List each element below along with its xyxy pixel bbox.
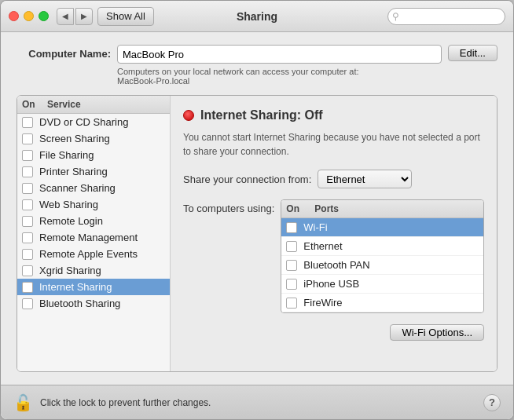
service-name: Screen Sharing <box>39 133 110 144</box>
search-input[interactable] <box>387 8 505 25</box>
main-panel: On Service DVD or CD SharingScreen Shari… <box>17 95 497 372</box>
nav-buttons: ◀ ▶ <box>57 8 93 25</box>
ports-col-ports-header: Ports <box>314 203 479 214</box>
port-name: FireWire <box>303 297 342 309</box>
search-bar: ⚲ <box>387 8 505 25</box>
ports-col-on-header: On <box>286 203 314 214</box>
share-from-label: Share your connection from: <box>183 173 311 185</box>
service-name: Scanner Sharing <box>39 182 116 194</box>
detail-panel: Internet Sharing: Off You cannot start I… <box>171 96 497 371</box>
ports-table-body: Wi-FiEthernetBluetooth PANiPhone USBFire… <box>281 218 483 312</box>
internet-sharing-title-text: Internet Sharing: Off <box>200 108 323 122</box>
service-name: Remote Apple Events <box>39 248 138 260</box>
col-on-header: On <box>22 99 47 110</box>
service-name: Internet Sharing <box>39 281 112 293</box>
service-item[interactable]: File Sharing <box>17 147 170 163</box>
to-computers-row: To computers using: On Ports Wi-FiEthern… <box>183 199 484 313</box>
service-checkbox[interactable] <box>22 282 33 293</box>
service-name: Printer Sharing <box>39 166 108 177</box>
port-checkbox[interactable] <box>286 279 297 290</box>
service-item[interactable]: Scanner Sharing <box>17 180 170 196</box>
service-checkbox[interactable] <box>22 265 33 276</box>
lock-text: Click the lock to prevent further change… <box>40 397 211 408</box>
computer-name-field-row <box>117 45 442 64</box>
edit-button[interactable]: Edit... <box>448 45 497 61</box>
service-name: Web Sharing <box>39 199 98 210</box>
ports-row[interactable]: Wi-Fi <box>281 218 483 237</box>
share-from-select[interactable]: EthernetWi-FiBluetooth PANiPhone USBFire… <box>318 170 412 188</box>
service-item[interactable]: Remote Apple Events <box>17 246 170 262</box>
ports-row[interactable]: iPhone USB <box>281 275 483 294</box>
service-item[interactable]: Bluetooth Sharing <box>17 295 170 312</box>
service-name: DVD or CD Sharing <box>39 116 128 128</box>
service-checkbox[interactable] <box>22 166 33 177</box>
service-checkbox[interactable] <box>22 133 33 144</box>
internet-sharing-title: Internet Sharing: Off <box>183 108 484 122</box>
close-button[interactable] <box>9 11 19 21</box>
service-checkbox[interactable] <box>22 216 33 227</box>
service-checkbox[interactable] <box>22 249 33 260</box>
computer-name-label: Computer Name: <box>17 45 111 60</box>
service-item[interactable]: Internet Sharing <box>17 279 170 295</box>
help-button[interactable]: ? <box>483 394 501 411</box>
status-dot-off <box>183 110 194 121</box>
forward-button[interactable]: ▶ <box>75 8 93 25</box>
computer-name-sub: Computers on your local network can acce… <box>117 67 442 86</box>
service-name: Xgrid Sharing <box>39 265 101 276</box>
service-checkbox[interactable] <box>22 199 33 210</box>
show-all-button[interactable]: Show All <box>97 7 154 26</box>
port-name: iPhone USB <box>303 278 359 290</box>
port-checkbox[interactable] <box>286 260 297 271</box>
service-item[interactable]: Remote Login <box>17 213 170 229</box>
service-checkbox[interactable] <box>22 117 33 128</box>
service-list-header: On Service <box>17 96 170 114</box>
service-checkbox[interactable] <box>22 298 33 309</box>
service-list-body: DVD or CD SharingScreen SharingFile Shar… <box>17 114 170 371</box>
detail-description: You cannot start Internet Sharing becaus… <box>183 130 484 159</box>
titlebar: ◀ ▶ Show All Sharing ⚲ <box>1 1 513 32</box>
service-item[interactable]: DVD or CD Sharing <box>17 114 170 130</box>
service-name: Remote Management <box>39 232 138 243</box>
share-from-row: Share your connection from: EthernetWi-F… <box>183 170 484 188</box>
computer-name-input[interactable] <box>117 45 442 64</box>
service-item[interactable]: Remote Management <box>17 229 170 246</box>
port-name: Bluetooth PAN <box>303 259 369 271</box>
port-checkbox[interactable] <box>286 241 297 252</box>
ports-row[interactable]: Bluetooth PAN <box>281 256 483 275</box>
search-icon: ⚲ <box>392 11 399 22</box>
port-checkbox[interactable] <box>286 298 297 309</box>
window-title: Sharing <box>237 10 277 23</box>
to-computers-label: To computers using: <box>183 199 274 214</box>
lock-icon[interactable]: 🔓 <box>13 393 32 412</box>
service-checkbox[interactable] <box>22 183 33 194</box>
port-checkbox[interactable] <box>286 222 297 233</box>
back-button[interactable]: ◀ <box>57 8 74 25</box>
service-item[interactable]: Printer Sharing <box>17 163 170 180</box>
service-name: Bluetooth Sharing <box>39 298 120 309</box>
service-item[interactable]: Screen Sharing <box>17 130 170 147</box>
service-name: Remote Login <box>39 215 103 227</box>
service-checkbox[interactable] <box>22 232 33 243</box>
computer-name-right: Computers on your local network can acce… <box>117 45 442 86</box>
wifi-options-button[interactable]: Wi-Fi Options... <box>390 324 484 341</box>
traffic-lights <box>9 11 49 21</box>
service-name: File Sharing <box>39 149 94 161</box>
computer-name-row: Computer Name: Computers on your local n… <box>17 45 497 86</box>
ports-row[interactable]: Ethernet <box>281 237 483 256</box>
wifi-options-row: Wi-Fi Options... <box>183 324 484 341</box>
service-item[interactable]: Web Sharing <box>17 196 170 213</box>
service-item[interactable]: Xgrid Sharing <box>17 262 170 279</box>
sharing-window: ◀ ▶ Show All Sharing ⚲ Computer Name: Co… <box>0 0 514 420</box>
service-list: On Service DVD or CD SharingScreen Shari… <box>17 96 171 371</box>
content-area: Computer Name: Computers on your local n… <box>1 32 513 385</box>
minimize-button[interactable] <box>24 11 34 21</box>
ports-table-header: On Ports <box>281 200 483 218</box>
ports-table-wrap: On Ports Wi-FiEthernetBluetooth PANiPhon… <box>281 199 484 313</box>
maximize-button[interactable] <box>39 11 49 21</box>
ports-row[interactable]: FireWire <box>281 294 483 312</box>
service-checkbox[interactable] <box>22 150 33 161</box>
col-service-header: Service <box>47 99 81 110</box>
port-name: Ethernet <box>303 240 342 252</box>
port-name: Wi-Fi <box>303 221 327 233</box>
bottom-bar: 🔓 Click the lock to prevent further chan… <box>1 385 513 419</box>
